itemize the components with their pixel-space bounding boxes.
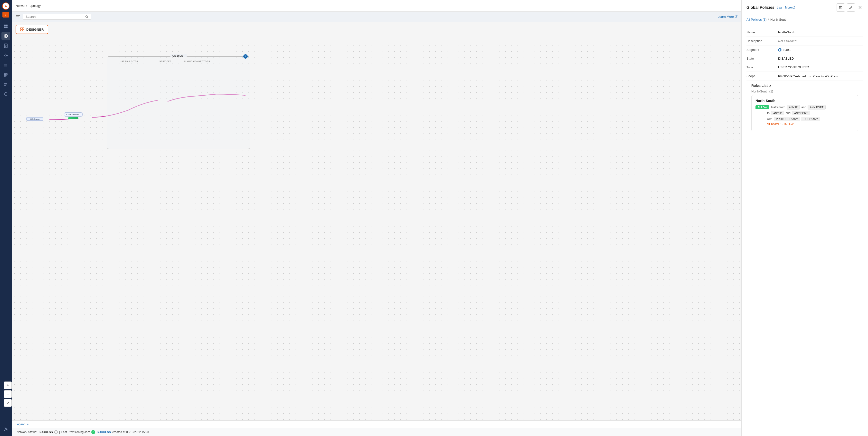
type-value: USER CONFIGURED xyxy=(778,65,863,69)
rules-section: Rules List ∧ North-South (1) North-South… xyxy=(746,81,863,131)
cloud-onprem-node[interactable]: Cloud-to-OnPr... xyxy=(64,112,83,119)
detail-row-scope: Scope PROD-VPC-Ahmed → Cloud-to-OnPrem xyxy=(746,72,863,81)
rule-card-title: North-South xyxy=(755,99,854,103)
rule-row-allow: ALLOW Traffic from ANY IP and ANY PORT xyxy=(755,105,854,109)
rules-chevron-icon: ∧ xyxy=(769,84,771,87)
legend-chevron-icon: ∧ xyxy=(27,423,29,426)
delete-button[interactable] xyxy=(837,3,845,12)
svg-text:A: A xyxy=(5,5,7,8)
svg-point-12 xyxy=(5,55,7,56)
region-info-icon[interactable]: i xyxy=(243,54,248,59)
breadcrumb-current: North-South xyxy=(770,18,787,22)
svg-rect-3 xyxy=(6,25,7,26)
any-port-from-badge: ANY PORT xyxy=(808,105,826,109)
rules-header[interactable]: Rules List ∧ xyxy=(751,84,858,88)
state-label: State xyxy=(746,57,778,60)
sidebar-item-notifications[interactable] xyxy=(1,90,10,99)
trash-icon xyxy=(839,6,842,9)
scope-from: PROD-VPC-Ahmed xyxy=(778,74,806,78)
dscp-badge: DSCP: ANY xyxy=(802,117,820,121)
detail-row-type: Type USER CONFIGURED xyxy=(746,63,863,72)
svg-line-32 xyxy=(87,17,88,18)
status-bar: Network Status: SUCCESS i | Last Provisi… xyxy=(12,428,741,436)
external-link-icon xyxy=(735,15,738,18)
job-status-link[interactable]: SUCCESS xyxy=(97,430,111,434)
detail-row-name: Name North-South xyxy=(746,28,863,37)
sidebar-item-home[interactable] xyxy=(1,22,10,31)
detail-row-state: State DISABLED xyxy=(746,54,863,63)
rules-title-count: North-South (1) xyxy=(751,90,858,93)
toolbar-learn-more-link[interactable]: Learn More xyxy=(718,15,738,19)
job-detail: created at 05/10/2022 15:23 xyxy=(112,430,149,434)
breadcrumb-separator: / xyxy=(768,18,769,22)
traffic-from-label: Traffic from xyxy=(771,106,785,109)
svg-rect-33 xyxy=(21,28,22,29)
rule-row-to: to ANY IP and ANY PORT xyxy=(755,111,854,115)
rule-card: North-South ALLOW Traffic from ANY IP an… xyxy=(751,95,858,131)
to-label: to xyxy=(767,111,770,115)
svg-point-7 xyxy=(5,35,7,37)
scope-label: Scope xyxy=(746,74,778,78)
sidebar-item-plugins[interactable] xyxy=(1,71,10,79)
panel-learn-more-link[interactable]: Learn More xyxy=(777,6,795,9)
ios-branch-node[interactable]: IOS-Branch xyxy=(26,117,43,121)
any-port-to-badge: ANY PORT xyxy=(792,111,810,115)
any-ip-to-badge: ANY IP xyxy=(771,111,784,115)
breadcrumb-all-policies[interactable]: All Policies (3) xyxy=(746,18,767,22)
rule-row-service: SERVICE: FTNTFW xyxy=(755,123,854,126)
protocol-badge: PROTOCOL: ANY xyxy=(774,117,800,121)
svg-point-31 xyxy=(86,15,88,17)
detail-row-description: Description Not Provided xyxy=(746,37,863,45)
col-label-services: SERVICES xyxy=(156,60,175,63)
state-value: DISABLED xyxy=(778,57,863,60)
legend-label: Legend xyxy=(16,423,25,426)
panel-external-link-icon xyxy=(793,6,795,9)
rule-row-with: with PROTOCOL: ANY DSCP: ANY xyxy=(755,117,854,121)
status-info-icon[interactable]: i xyxy=(54,430,58,434)
network-status-value: SUCCESS xyxy=(39,430,53,434)
edit-button[interactable] xyxy=(847,3,855,12)
svg-rect-21 xyxy=(6,73,7,75)
and-1-label: and xyxy=(801,106,806,109)
network-status-label: Network Status: xyxy=(17,430,37,434)
toolbar: Learn More xyxy=(12,12,741,22)
sidebar-item-grid[interactable] xyxy=(1,61,10,70)
and-2-label: and xyxy=(786,111,790,115)
with-label: with xyxy=(767,117,772,121)
service-value: SERVICE: FTNTFW xyxy=(767,123,794,126)
close-panel-button[interactable]: ✕ xyxy=(857,4,863,11)
sidebar-item-policies[interactable] xyxy=(1,80,10,89)
canvas-area[interactable]: US-WEST i USERS & SITES SERVICES CLOUD C… xyxy=(12,37,741,421)
legend-bar[interactable]: Legend ∧ xyxy=(12,421,741,428)
region-label: US-WEST xyxy=(170,54,187,57)
cloud-onprem-box: Cloud-to-OnPr... xyxy=(64,112,83,116)
designer-button[interactable]: DESIGNER xyxy=(16,25,48,34)
col-label-users: USERS & SITES xyxy=(119,60,138,63)
sidebar: A › xyxy=(0,0,12,436)
sidebar-item-settings[interactable] xyxy=(1,425,10,434)
segment-value: LOB1 xyxy=(778,48,863,52)
allow-badge: ALLOW xyxy=(755,105,769,109)
breadcrumb: All Policies (3) / North-South xyxy=(742,15,868,24)
svg-rect-22 xyxy=(4,75,6,76)
svg-point-27 xyxy=(5,429,7,430)
designer-icon xyxy=(20,27,24,32)
filter-button[interactable] xyxy=(16,15,20,19)
description-label: Description xyxy=(746,39,778,43)
sidebar-item-design[interactable] xyxy=(1,51,10,60)
sidebar-item-docs[interactable] xyxy=(1,41,10,50)
scope-to: Cloud-to-OnPrem xyxy=(813,74,838,78)
svg-rect-35 xyxy=(21,30,22,31)
segment-globe-icon xyxy=(778,48,781,52)
name-value: North-South xyxy=(778,30,863,34)
policy-details: Name North-South Description Not Provide… xyxy=(742,24,868,436)
sidebar-toggle-btn[interactable]: › xyxy=(2,12,9,18)
sidebar-item-topology[interactable] xyxy=(1,32,10,40)
search-input[interactable] xyxy=(26,15,83,19)
app-logo: A xyxy=(2,2,10,10)
scope-value: PROD-VPC-Ahmed → Cloud-to-OnPrem xyxy=(778,74,863,78)
svg-rect-2 xyxy=(4,25,6,26)
edit-icon xyxy=(849,6,852,9)
last-job-label: Last Provisioning Job: xyxy=(61,430,90,434)
panel-header: Global Policies Learn More ✕ xyxy=(742,0,868,15)
